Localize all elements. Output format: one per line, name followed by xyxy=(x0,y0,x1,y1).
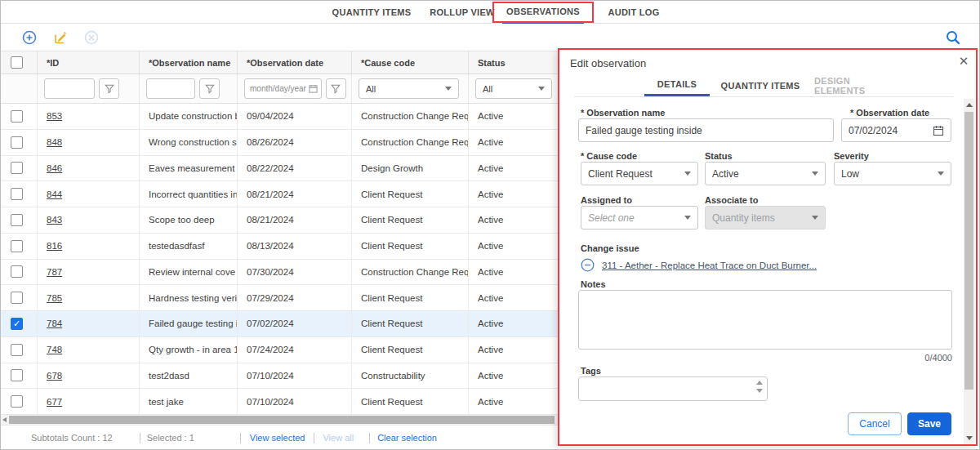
row-checkbox[interactable] xyxy=(11,344,23,356)
scroll-up-arrow-icon[interactable] xyxy=(966,103,973,107)
id-filter-input[interactable] xyxy=(44,78,95,99)
row-id-link[interactable]: 816 xyxy=(47,241,62,251)
column-header-cause-code[interactable]: *Cause code xyxy=(352,51,469,74)
row-status: Active xyxy=(469,363,559,389)
assigned-to-dropdown[interactable]: Select one xyxy=(581,206,698,229)
status-filter-dropdown[interactable]: All xyxy=(475,78,552,99)
panel-vertical-scrollbar[interactable] xyxy=(964,99,974,444)
close-icon[interactable]: ✕ xyxy=(957,55,970,68)
row-checkbox[interactable] xyxy=(11,292,23,304)
name-filter-input[interactable] xyxy=(146,78,195,99)
id-filter-funnel-button[interactable] xyxy=(99,78,119,99)
table-row[interactable]: 843 Scope too deep 08/21/2024 Client Req… xyxy=(1,207,559,234)
cancel-button[interactable]: Cancel xyxy=(848,412,902,435)
row-checkbox[interactable] xyxy=(11,110,23,123)
row-checkbox[interactable] xyxy=(11,162,23,174)
row-id-link[interactable]: 844 xyxy=(47,189,62,199)
panel-tab-details[interactable]: DETAILS xyxy=(644,74,710,96)
row-id-link[interactable]: 677 xyxy=(47,397,62,407)
tab-quantity-items[interactable]: QUANTITY ITEMS xyxy=(318,1,425,24)
select-all-checkbox[interactable] xyxy=(11,56,23,69)
calendar-icon xyxy=(309,84,318,93)
row-id-link[interactable]: 785 xyxy=(47,293,62,303)
row-cause-code: Constructability xyxy=(352,363,469,389)
observation-name-field[interactable] xyxy=(578,118,834,142)
row-cause-code: Client Request xyxy=(352,285,469,310)
row-observation-name: testedasdfasf xyxy=(140,234,238,259)
date-filter-input[interactable]: month/day/year xyxy=(244,78,322,99)
tags-input[interactable] xyxy=(578,376,768,401)
tab-rollup-view[interactable]: ROLLUP VIEW xyxy=(419,1,506,24)
row-id-link[interactable]: 846 xyxy=(47,163,62,173)
edit-icon[interactable] xyxy=(53,30,68,45)
cause-code-filter-dropdown[interactable]: All xyxy=(359,78,459,99)
status-dropdown[interactable]: Active xyxy=(705,162,826,185)
tab-observations[interactable]: OBSERVATIONS xyxy=(502,1,584,24)
row-observation-date: 08/21/2024 xyxy=(238,207,352,233)
remove-change-issue-icon[interactable] xyxy=(581,258,595,272)
row-checkbox[interactable] xyxy=(11,369,23,381)
row-id-link[interactable]: 853 xyxy=(47,111,62,121)
severity-dropdown[interactable]: Low xyxy=(834,162,951,185)
view-selected-link[interactable]: View selected xyxy=(250,433,305,443)
clear-selection-link[interactable]: Clear selection xyxy=(377,433,437,443)
date-filter-funnel-button[interactable] xyxy=(326,78,346,99)
panel-tab-quantity-items[interactable]: QUANTITY ITEMS xyxy=(719,74,801,96)
save-button[interactable]: Save xyxy=(907,412,951,435)
column-header-status[interactable]: Status xyxy=(469,51,559,74)
horizontal-scrollbar-thumb[interactable] xyxy=(9,416,555,424)
scroll-down-arrow-icon[interactable] xyxy=(966,436,973,440)
name-filter-funnel-button[interactable] xyxy=(199,78,220,99)
notes-textarea[interactable] xyxy=(578,290,952,350)
row-checkbox[interactable] xyxy=(11,240,23,252)
row-observation-date: 07/10/2024 xyxy=(238,363,352,389)
row-checkbox[interactable] xyxy=(11,188,23,200)
status-filter-value: All xyxy=(483,84,492,94)
row-observation-date: 07/30/2024 xyxy=(238,260,352,285)
column-header-observation-name[interactable]: *Observation name xyxy=(140,51,238,74)
column-header-id[interactable]: *ID xyxy=(38,51,140,74)
observation-date-label: * Observation date xyxy=(850,108,929,118)
column-header-observation-date[interactable]: *Observation date xyxy=(238,51,352,74)
row-checkbox[interactable] xyxy=(11,214,23,226)
table-row[interactable]: 787 Review internal cove c... 07/30/2024… xyxy=(1,260,559,286)
table-row[interactable]: 846 Eaves measurement ve... 08/22/2024 D… xyxy=(1,156,559,182)
row-observation-name: Qty growth - in area 1 xyxy=(140,337,238,363)
table-row[interactable]: 848 Wrong construction siz... 08/26/2024… xyxy=(1,130,559,156)
row-id-link[interactable]: 678 xyxy=(47,371,62,381)
chevron-down-icon xyxy=(538,87,545,91)
row-id-link[interactable]: 748 xyxy=(47,345,62,354)
change-issue-link[interactable]: 311 - Aether - Replace Heat Trace on Duc… xyxy=(602,261,817,270)
panel-scrollbar-thumb[interactable] xyxy=(964,112,973,390)
row-id-link[interactable]: 784 xyxy=(47,319,62,328)
change-issue-label: Change issue xyxy=(581,243,639,253)
observation-date-field[interactable]: 07/02/2024 xyxy=(841,118,951,142)
horizontal-scrollbar[interactable] xyxy=(1,415,559,425)
table-row[interactable]: 748 Qty growth - in area 1 07/24/2024 Cl… xyxy=(1,337,559,363)
table-row[interactable]: 853 Update construction b... 09/04/2024 … xyxy=(1,104,559,130)
spinner-up-icon[interactable] xyxy=(756,381,763,385)
row-checkbox[interactable] xyxy=(11,395,23,408)
row-id-link[interactable]: 848 xyxy=(47,137,62,147)
table-row[interactable]: 678 test2dasd 07/10/2024 Constructabilit… xyxy=(1,363,559,390)
table-row[interactable]: 785 Hardness testing verifi... 07/29/202… xyxy=(1,285,559,311)
row-checkbox[interactable]: ✓ xyxy=(11,318,23,330)
observation-name-input[interactable] xyxy=(586,125,826,136)
table-row[interactable]: 677 test jake 07/10/2024 Client Request … xyxy=(1,389,559,415)
table-row[interactable]: 816 testedasdfasf 08/13/2024 Client Requ… xyxy=(1,234,559,260)
tab-audit-log[interactable]: AUDIT LOG xyxy=(595,1,672,24)
add-circle-icon[interactable] xyxy=(22,30,37,45)
spinner-down-icon[interactable] xyxy=(756,389,763,393)
row-id-link[interactable]: 843 xyxy=(47,215,62,225)
scroll-left-arrow-icon[interactable] xyxy=(2,417,7,422)
funnel-icon xyxy=(105,84,114,94)
search-icon[interactable] xyxy=(945,29,961,46)
calendar-icon[interactable] xyxy=(933,125,944,136)
row-checkbox[interactable] xyxy=(11,136,23,149)
table-row[interactable]: 844 Incorrect quantities in ... 08/21/20… xyxy=(1,181,559,207)
cause-code-dropdown[interactable]: Client Request xyxy=(581,162,698,185)
main-tab-bar: QUANTITY ITEMS ROLLUP VIEW OBSERVATIONS … xyxy=(1,1,979,24)
row-checkbox[interactable] xyxy=(11,265,23,278)
table-row[interactable]: ✓ 784 Failed gauge testing in... 07/02/2… xyxy=(1,311,559,337)
row-id-link[interactable]: 787 xyxy=(47,267,62,277)
